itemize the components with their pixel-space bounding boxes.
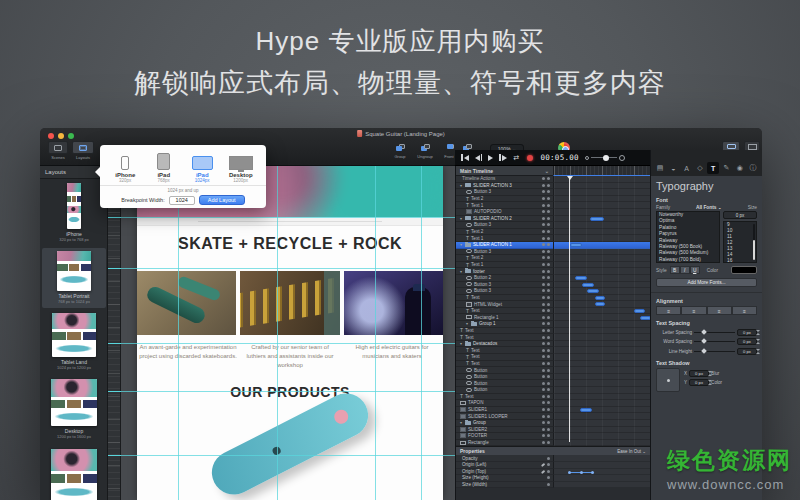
lock-icon[interactable] [547, 190, 550, 193]
lock-icon[interactable] [547, 303, 550, 306]
gear-icon[interactable] [542, 441, 545, 444]
gear-icon[interactable] [542, 349, 545, 352]
gear-icon[interactable] [542, 283, 545, 286]
gear-icon[interactable] [542, 401, 545, 404]
align-right-button[interactable]: ≡ [707, 306, 732, 315]
timeline-layer-row[interactable]: Button [456, 380, 650, 387]
gear-icon[interactable] [547, 463, 550, 466]
layout-item-desktop[interactable]: Desktop 1200 px to 1600 px [42, 376, 106, 442]
zoom-slider-knob[interactable] [603, 155, 609, 161]
lock-icon[interactable] [547, 177, 550, 180]
gear-icon[interactable] [542, 303, 545, 306]
font-size-stepper[interactable]: 0 px [723, 211, 757, 219]
animation-bar[interactable] [590, 217, 604, 221]
alignment-segmented-control[interactable]: ≡ ≡ ≡ ≡ [656, 306, 757, 315]
record-button[interactable] [527, 155, 533, 161]
timeline-layer-row[interactable]: Group 1 [456, 321, 650, 328]
property-row[interactable]: Origin (Top) [456, 469, 650, 476]
lock-icon[interactable] [547, 388, 550, 391]
spacing-stepper[interactable]: 0 px [737, 338, 757, 345]
italic-button[interactable]: I [680, 266, 690, 274]
lock-icon[interactable] [547, 276, 550, 279]
lock-icon[interactable] [547, 421, 550, 424]
inspector-tab[interactable]: ◒ [667, 162, 679, 174]
gear-icon[interactable] [542, 263, 545, 266]
add-more-fonts-button[interactable]: Add More Fonts... [656, 278, 757, 287]
ungroup-button[interactable]: Ungroup [412, 142, 438, 159]
font-size-option[interactable]: 16 [724, 258, 756, 263]
gear-icon[interactable] [542, 177, 545, 180]
animation-bar[interactable] [595, 302, 605, 306]
gear-icon[interactable] [542, 197, 545, 200]
timeline-zoom-slider[interactable] [585, 155, 625, 161]
gear-icon[interactable] [542, 237, 545, 240]
timeline-layer-row[interactable]: Button [456, 367, 650, 374]
style-segmented-control[interactable]: B I U [670, 266, 700, 274]
page-headline[interactable]: SKATE + RECYCLE + ROCK [137, 226, 443, 271]
all-fonts-select[interactable]: All Fonts ⌄ [696, 205, 722, 210]
layouts-button[interactable]: Layouts [71, 141, 95, 160]
lock-icon[interactable] [547, 369, 550, 372]
next-frame-button[interactable] [499, 154, 507, 161]
inspector-tab[interactable]: T [707, 162, 719, 174]
lock-icon[interactable] [547, 316, 550, 319]
gear-icon[interactable] [547, 470, 550, 473]
inspector-tab[interactable]: A [681, 162, 693, 174]
lock-icon[interactable] [547, 336, 550, 339]
column-text[interactable]: High end electric guitars for musicians … [343, 343, 441, 370]
gear-icon[interactable] [542, 362, 545, 365]
lock-icon[interactable] [547, 329, 550, 332]
animation-bar[interactable] [640, 316, 650, 320]
close-button[interactable] [48, 133, 54, 139]
lock-icon[interactable] [547, 263, 550, 266]
timeline-layer-row[interactable]: SLIDER1 LOOPER [456, 413, 650, 420]
timeline-layer-row[interactable]: Text [456, 328, 650, 335]
minimize-button[interactable] [58, 133, 64, 139]
gear-icon[interactable] [542, 309, 545, 312]
add-layout-button[interactable]: Add Layout [199, 195, 245, 205]
lock-icon[interactable] [547, 184, 550, 187]
scenes-button[interactable]: Scenes [47, 141, 69, 160]
animation-bar[interactable] [570, 243, 582, 247]
lock-icon[interactable] [547, 217, 550, 220]
skateboard-guitar-image[interactable] [204, 386, 375, 500]
timeline-layer-row[interactable]: SLIDER ACTION 2 [456, 216, 650, 223]
playhead[interactable] [569, 176, 570, 442]
zoom-out-icon[interactable] [585, 156, 589, 160]
lock-icon[interactable] [547, 408, 550, 411]
column-text[interactable]: An avant-garde and experimentation proje… [139, 343, 237, 370]
timeline-layer-row[interactable]: Button 3 [456, 222, 650, 229]
gear-icon[interactable] [542, 204, 545, 207]
gear-icon[interactable] [542, 270, 545, 273]
gear-icon[interactable] [542, 421, 545, 424]
gear-icon[interactable] [542, 210, 545, 213]
layout-item-partial[interactable] [42, 446, 106, 500]
loop-icon[interactable]: ⇄ [514, 154, 520, 161]
properties-header[interactable]: Properties Ease In Out [456, 446, 650, 455]
timeline-layer-row[interactable]: Text [456, 308, 650, 315]
timeline-layer-row[interactable]: Timeline Actions [456, 176, 650, 183]
timeline-layer-row[interactable]: Button [456, 374, 650, 381]
lock-icon[interactable] [547, 355, 550, 358]
timeline-layer-row[interactable]: Text [456, 295, 650, 302]
gear-icon[interactable] [542, 342, 545, 345]
timeline-layer-row[interactable]: Button 3 [456, 288, 650, 295]
easing-select[interactable]: Ease In Out [553, 449, 650, 454]
animation-bar[interactable] [634, 309, 645, 313]
layout-item-tablet-land[interactable]: Tablet Land 1024 px to 1200 px [42, 310, 106, 374]
timeline-layer-row[interactable]: TAPON [456, 400, 650, 407]
timeline-ruler[interactable] [553, 166, 650, 176]
gear-icon[interactable] [542, 375, 545, 378]
align-justify-button[interactable]: ≡ [732, 306, 757, 315]
pencil-icon[interactable] [541, 463, 545, 467]
timeline-layer-row[interactable]: footer [456, 268, 650, 275]
animation-bar[interactable] [595, 296, 605, 300]
lock-icon[interactable] [547, 382, 550, 385]
device-option[interactable]: Desktop 1200px [222, 150, 260, 183]
device-option[interactable]: iPad 768px [145, 150, 183, 183]
skip-to-start-button[interactable] [461, 154, 469, 161]
property-row[interactable]: Opacity [456, 455, 650, 462]
lock-icon[interactable] [547, 415, 550, 418]
timeline-layer-row[interactable]: SLIDER ACTION 3 [456, 183, 650, 190]
lock-icon[interactable] [547, 243, 550, 246]
